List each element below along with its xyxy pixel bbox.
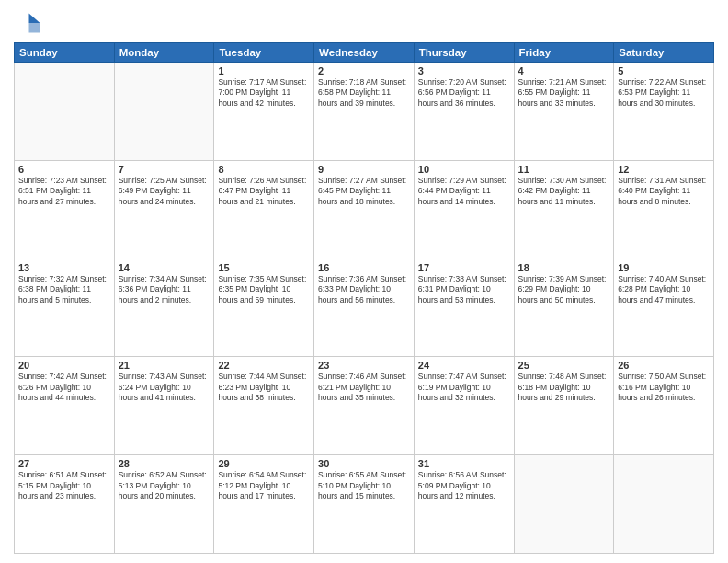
day-info: Sunrise: 7:47 AM Sunset: 6:19 PM Dayligh… [418, 372, 510, 403]
logo [14, 9, 45, 37]
svg-marker-1 [29, 23, 40, 33]
calendar-cell: 26Sunrise: 7:50 AM Sunset: 6:16 PM Dayli… [614, 357, 714, 455]
day-info: Sunrise: 7:26 AM Sunset: 6:47 PM Dayligh… [218, 176, 310, 207]
day-info: Sunrise: 7:29 AM Sunset: 6:44 PM Dayligh… [418, 176, 510, 207]
calendar-cell [514, 455, 614, 554]
day-number: 29 [218, 458, 310, 469]
day-number: 1 [218, 65, 310, 76]
calendar-cell: 28Sunrise: 6:52 AM Sunset: 5:13 PM Dayli… [114, 455, 214, 554]
calendar-cell: 4Sunrise: 7:21 AM Sunset: 6:55 PM Daylig… [514, 63, 614, 161]
day-info: Sunrise: 7:39 AM Sunset: 6:29 PM Dayligh… [518, 274, 610, 305]
calendar-cell: 1Sunrise: 7:17 AM Sunset: 7:00 PM Daylig… [214, 63, 314, 161]
calendar-cell: 12Sunrise: 7:31 AM Sunset: 6:40 PM Dayli… [614, 160, 714, 259]
calendar-cell [614, 455, 714, 554]
day-info: Sunrise: 7:42 AM Sunset: 6:26 PM Dayligh… [18, 372, 110, 403]
calendar-cell: 19Sunrise: 7:40 AM Sunset: 6:28 PM Dayli… [614, 259, 714, 357]
day-info: Sunrise: 7:22 AM Sunset: 6:53 PM Dayligh… [618, 77, 710, 109]
calendar-cell: 18Sunrise: 7:39 AM Sunset: 6:29 PM Dayli… [514, 259, 614, 357]
day-number: 12 [618, 164, 710, 175]
calendar-cell: 15Sunrise: 7:35 AM Sunset: 6:35 PM Dayli… [214, 259, 314, 357]
day-info: Sunrise: 6:55 AM Sunset: 5:10 PM Dayligh… [318, 470, 410, 501]
day-info: Sunrise: 7:32 AM Sunset: 6:38 PM Dayligh… [18, 274, 110, 305]
logo-icon [14, 9, 41, 37]
calendar-cell: 8Sunrise: 7:26 AM Sunset: 6:47 PM Daylig… [214, 160, 314, 259]
day-info: Sunrise: 7:18 AM Sunset: 6:58 PM Dayligh… [318, 77, 410, 109]
day-number: 20 [18, 360, 110, 371]
calendar: SundayMondayTuesdayWednesdayThursdayFrid… [14, 42, 714, 554]
calendar-cell: 29Sunrise: 6:54 AM Sunset: 5:12 PM Dayli… [214, 455, 314, 554]
calendar-cell: 10Sunrise: 7:29 AM Sunset: 6:44 PM Dayli… [414, 160, 514, 259]
svg-marker-0 [29, 14, 40, 24]
day-number: 8 [218, 164, 310, 175]
day-number: 21 [119, 360, 210, 371]
day-info: Sunrise: 7:48 AM Sunset: 6:18 PM Dayligh… [518, 372, 610, 403]
day-info: Sunrise: 7:50 AM Sunset: 6:16 PM Dayligh… [618, 372, 710, 403]
day-number: 2 [318, 65, 410, 76]
day-info: Sunrise: 6:52 AM Sunset: 5:13 PM Dayligh… [119, 470, 210, 501]
calendar-cell: 20Sunrise: 7:42 AM Sunset: 6:26 PM Dayli… [15, 357, 115, 455]
calendar-cell: 21Sunrise: 7:43 AM Sunset: 6:24 PM Dayli… [114, 357, 214, 455]
day-number: 5 [618, 65, 710, 76]
day-number: 22 [218, 360, 310, 371]
day-info: Sunrise: 6:54 AM Sunset: 5:12 PM Dayligh… [218, 470, 310, 501]
day-info: Sunrise: 6:51 AM Sunset: 5:15 PM Dayligh… [18, 470, 110, 501]
week-row-3: 13Sunrise: 7:32 AM Sunset: 6:38 PM Dayli… [15, 259, 714, 357]
day-number: 4 [518, 65, 610, 76]
weekday-header-monday: Monday [114, 43, 214, 63]
day-number: 23 [318, 360, 410, 371]
day-number: 7 [119, 164, 210, 175]
weekday-header-sunday: Sunday [15, 43, 115, 63]
weekday-header-friday: Friday [514, 43, 614, 63]
day-number: 3 [418, 65, 510, 76]
day-info: Sunrise: 7:31 AM Sunset: 6:40 PM Dayligh… [618, 176, 710, 207]
day-number: 10 [418, 164, 510, 175]
day-info: Sunrise: 7:27 AM Sunset: 6:45 PM Dayligh… [318, 176, 410, 207]
day-number: 31 [418, 458, 510, 469]
day-number: 24 [418, 360, 510, 371]
calendar-cell: 6Sunrise: 7:23 AM Sunset: 6:51 PM Daylig… [15, 160, 115, 259]
day-number: 17 [418, 262, 510, 273]
week-row-4: 20Sunrise: 7:42 AM Sunset: 6:26 PM Dayli… [15, 357, 714, 455]
day-info: Sunrise: 7:35 AM Sunset: 6:35 PM Dayligh… [218, 274, 310, 305]
page: SundayMondayTuesdayWednesdayThursdayFrid… [0, 0, 728, 563]
calendar-cell: 17Sunrise: 7:38 AM Sunset: 6:31 PM Dayli… [414, 259, 514, 357]
weekday-header-row: SundayMondayTuesdayWednesdayThursdayFrid… [15, 43, 714, 63]
day-number: 14 [119, 262, 210, 273]
day-number: 11 [518, 164, 610, 175]
calendar-cell: 2Sunrise: 7:18 AM Sunset: 6:58 PM Daylig… [314, 63, 415, 161]
header [14, 9, 714, 37]
calendar-cell: 30Sunrise: 6:55 AM Sunset: 5:10 PM Dayli… [314, 455, 415, 554]
day-info: Sunrise: 6:56 AM Sunset: 5:09 PM Dayligh… [418, 470, 510, 501]
day-number: 27 [18, 458, 110, 469]
calendar-cell: 24Sunrise: 7:47 AM Sunset: 6:19 PM Dayli… [414, 357, 514, 455]
day-number: 28 [119, 458, 210, 469]
day-info: Sunrise: 7:23 AM Sunset: 6:51 PM Dayligh… [18, 176, 110, 207]
day-info: Sunrise: 7:43 AM Sunset: 6:24 PM Dayligh… [119, 372, 210, 403]
day-info: Sunrise: 7:46 AM Sunset: 6:21 PM Dayligh… [318, 372, 410, 403]
day-info: Sunrise: 7:34 AM Sunset: 6:36 PM Dayligh… [119, 274, 210, 305]
calendar-cell [114, 63, 214, 161]
calendar-cell: 16Sunrise: 7:36 AM Sunset: 6:33 PM Dayli… [314, 259, 415, 357]
day-number: 18 [518, 262, 610, 273]
day-info: Sunrise: 7:25 AM Sunset: 6:49 PM Dayligh… [119, 176, 210, 207]
day-number: 9 [318, 164, 410, 175]
day-info: Sunrise: 7:17 AM Sunset: 7:00 PM Dayligh… [218, 77, 310, 109]
calendar-cell: 23Sunrise: 7:46 AM Sunset: 6:21 PM Dayli… [314, 357, 415, 455]
day-number: 30 [318, 458, 410, 469]
calendar-cell: 7Sunrise: 7:25 AM Sunset: 6:49 PM Daylig… [114, 160, 214, 259]
weekday-header-thursday: Thursday [414, 43, 514, 63]
calendar-cell: 5Sunrise: 7:22 AM Sunset: 6:53 PM Daylig… [614, 63, 714, 161]
week-row-1: 1Sunrise: 7:17 AM Sunset: 7:00 PM Daylig… [15, 63, 714, 161]
calendar-cell: 25Sunrise: 7:48 AM Sunset: 6:18 PM Dayli… [514, 357, 614, 455]
calendar-cell: 14Sunrise: 7:34 AM Sunset: 6:36 PM Dayli… [114, 259, 214, 357]
calendar-cell: 3Sunrise: 7:20 AM Sunset: 6:56 PM Daylig… [414, 63, 514, 161]
calendar-cell: 27Sunrise: 6:51 AM Sunset: 5:15 PM Dayli… [15, 455, 115, 554]
day-number: 25 [518, 360, 610, 371]
calendar-cell: 11Sunrise: 7:30 AM Sunset: 6:42 PM Dayli… [514, 160, 614, 259]
calendar-cell: 31Sunrise: 6:56 AM Sunset: 5:09 PM Dayli… [414, 455, 514, 554]
day-info: Sunrise: 7:20 AM Sunset: 6:56 PM Dayligh… [418, 77, 510, 109]
day-number: 13 [18, 262, 110, 273]
weekday-header-tuesday: Tuesday [214, 43, 314, 63]
calendar-cell: 22Sunrise: 7:44 AM Sunset: 6:23 PM Dayli… [214, 357, 314, 455]
day-number: 26 [618, 360, 710, 371]
